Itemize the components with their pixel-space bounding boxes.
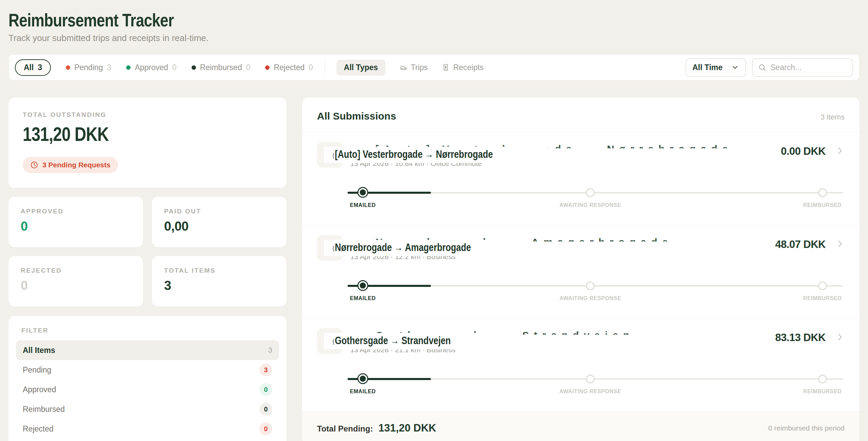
step-label-reimbursed: REIMBURSED: [803, 202, 842, 208]
step-label-reimbursed: REIMBURSED: [803, 388, 842, 395]
filter-toolbar: All 3 Pending 3 Approved 0 Reimbursed 0 …: [8, 54, 860, 81]
status-tab-reimbursed[interactable]: Reimbursed 0: [192, 63, 251, 72]
step-label-awaiting-response: AWAITING RESPONSE: [559, 295, 622, 301]
title-prefix: (: [333, 152, 334, 159]
page-subtitle: Track your submitted trips and receipts …: [8, 33, 860, 43]
submission-amount: 48.07 DKK: [775, 238, 826, 251]
submission-amount-wrap: 0.00 DKK: [781, 145, 845, 158]
stats-grid: APPROVED 0 PAID OUT 0,00 REJECTED 0 TOTA…: [8, 197, 287, 307]
chevron-right-icon[interactable]: [835, 332, 845, 343]
filter-item-reimbursed[interactable]: Reimbursed 0: [16, 399, 279, 419]
submissions-count: 3 items: [821, 113, 845, 122]
status-stepper: EMAILED AWAITING RESPONSE REIMBURSED: [317, 190, 845, 212]
submission-title: Nørrebrogade → Amagerbrogade: [335, 241, 471, 253]
stat-rejected-value: 0: [21, 278, 131, 293]
filter-all-items-count: 3: [268, 346, 272, 355]
page-title: Reimbursement Tracker: [8, 10, 860, 30]
step-label-awaiting-response: AWAITING RESPONSE: [559, 202, 622, 208]
submission-amount-wrap: 48.07 DKK: [775, 238, 845, 251]
stat-paid-out-label: PAID OUT: [164, 208, 274, 215]
type-tab-all-types[interactable]: All Types: [336, 60, 386, 76]
status-tab-rejected[interactable]: Rejected 0: [265, 63, 313, 72]
status-tab-pending-count: 3: [107, 63, 112, 72]
submission-row[interactable]: Nørrebrogade → Amagerbrogade 13 Apr 2026…: [302, 225, 860, 318]
stat-card-total-items: TOTAL ITEMS 3: [152, 256, 287, 307]
total-outstanding-value: 131,20 DKK: [23, 123, 272, 145]
submissions-footer: Total Pending: 131,20 DKK 0 reimbursed t…: [302, 412, 860, 441]
type-tab-receipts[interactable]: Receipts: [441, 63, 484, 72]
status-tab-pending-label: Pending: [74, 63, 103, 72]
submissions-panel: All Submissions 3 items [Auto] Vesterbro…: [302, 98, 860, 441]
title-prefix: (: [333, 338, 334, 345]
footer-total-label: Total Pending:: [317, 424, 373, 434]
filter-approved-count-badge: 0: [259, 383, 272, 396]
step-label-emailed: EMAILED: [350, 202, 376, 208]
filter-rejected-count-badge: 0: [259, 422, 272, 435]
toolbar-divider: [324, 60, 325, 75]
stat-card-approved: APPROVED 0: [8, 197, 143, 247]
step-node-reimbursed: [818, 188, 827, 197]
pending-requests-badge-label: 3 Pending Requests: [42, 161, 111, 169]
stat-approved-label: APPROVED: [21, 208, 131, 215]
pending-dot-icon: [66, 65, 70, 70]
submission-row[interactable]: [Auto] Vesterbrogade → Nørrebrogade 13 A…: [302, 132, 860, 225]
step-node-emailed: [357, 373, 368, 384]
submission-row-top: Gothersgade → Strandvejen 13 Apr 2026 · …: [317, 328, 845, 361]
step-label-emailed: EMAILED: [350, 295, 376, 301]
filter-item-approved[interactable]: Approved 0: [16, 380, 279, 399]
status-tab-all[interactable]: All 3: [15, 59, 51, 76]
page-title-text: Reimbursement Tracker: [8, 10, 174, 30]
filter-item-all-items[interactable]: All Items 3: [16, 340, 279, 360]
type-tab-receipts-label: Receipts: [453, 63, 484, 72]
time-filter-dropdown[interactable]: All Time: [686, 58, 746, 77]
status-tab-pending[interactable]: Pending 3: [66, 63, 111, 72]
time-filter-value: All Time: [692, 63, 723, 72]
chevron-right-icon[interactable]: [835, 146, 845, 157]
submission-row-top: Nørrebrogade → Amagerbrogade 13 Apr 2026…: [317, 235, 845, 268]
stat-total-items-label: TOTAL ITEMS: [164, 267, 274, 274]
status-tab-reimbursed-count: 0: [246, 63, 251, 72]
step-node-emailed: [357, 280, 368, 291]
chevron-right-icon[interactable]: [835, 239, 845, 250]
clock-icon: [30, 161, 38, 169]
rejected-dot-icon: [265, 65, 270, 70]
title-prefix: (: [333, 245, 334, 252]
submission-amount-wrap: 83.13 DKK: [775, 332, 845, 344]
submission-amount: 83.13 DKK: [775, 332, 826, 344]
stat-paid-out-value: 0,00: [164, 219, 274, 234]
submissions-header: All Submissions 3 items: [302, 98, 860, 132]
submission-title: [Auto] Vesterbrogade → Nørrebrogade: [335, 148, 493, 160]
type-tab-trips-label: Trips: [411, 63, 428, 72]
submission-title: Gothersgade → Strandvejen: [335, 335, 451, 346]
receipt-icon: [441, 63, 450, 72]
page-header: Reimbursement Tracker Track your submitt…: [8, 10, 860, 43]
filter-approved-label: Approved: [23, 385, 56, 394]
reimbursed-dot-icon: [192, 65, 196, 70]
total-outstanding-label: TOTAL OUTSTANDING: [23, 111, 272, 119]
step-node-awaiting-response: [586, 375, 595, 383]
search-input[interactable]: [770, 63, 847, 72]
status-stepper: EMAILED AWAITING RESPONSE REIMBURSED: [317, 376, 845, 398]
filter-item-rejected[interactable]: Rejected 0: [16, 419, 279, 439]
filter-item-pending[interactable]: Pending 3: [16, 360, 279, 380]
filter-rejected-label: Rejected: [23, 424, 54, 434]
chevron-down-icon: [731, 63, 739, 71]
status-tab-reimbursed-label: Reimbursed: [200, 63, 242, 72]
submissions-title: All Submissions: [317, 110, 396, 122]
filter-reimbursed-label: Reimbursed: [23, 405, 65, 414]
pending-requests-badge: 3 Pending Requests: [23, 157, 118, 173]
step-label-reimbursed: REIMBURSED: [803, 295, 842, 301]
step-label-awaiting-response: AWAITING RESPONSE: [559, 388, 622, 395]
status-tab-approved[interactable]: Approved 0: [126, 63, 176, 72]
footer-total: Total Pending: 131,20 DKK: [317, 422, 436, 434]
status-tab-all-count: 3: [38, 63, 42, 72]
stat-approved-value: 0: [21, 219, 131, 234]
submission-row[interactable]: Gothersgade → Strandvejen 13 Apr 2026 · …: [302, 318, 860, 412]
type-tab-trips[interactable]: Trips: [399, 63, 428, 72]
stat-card-rejected: REJECTED 0: [8, 256, 143, 307]
summary-sidebar: TOTAL OUTSTANDING 131,20 DKK 3 Pending R…: [8, 98, 287, 441]
filter-all-items-label: All Items: [23, 346, 55, 355]
search-box[interactable]: [752, 58, 853, 77]
filter-card: FILTER All Items 3 Pending 3 Approved 0 …: [8, 316, 287, 441]
footer-note: 0 reimbursed this period: [768, 424, 845, 432]
